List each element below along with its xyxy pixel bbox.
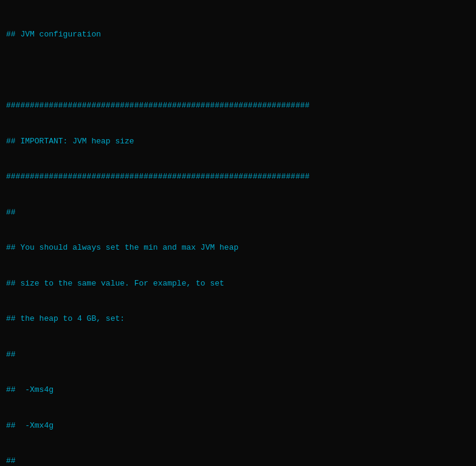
line-important: ## IMPORTANT: JVM heap size [6, 135, 470, 148]
line-hash-3: ## [6, 455, 470, 466]
line-xmx-example: ## -Xmx4g [6, 420, 470, 432]
line-heap-desc-3: ## the heap to 4 GB, set: [6, 313, 470, 325]
line-sep-2: ########################################… [6, 171, 470, 183]
editor-container: ## JVM configuration ###################… [6, 5, 470, 466]
line-hash-1: ## [6, 207, 470, 219]
line-xms-example: ## -Xms4g [6, 384, 470, 396]
line-hash-2: ## [6, 349, 470, 361]
line-sep-1: ########################################… [6, 100, 470, 112]
line-jvm-config: ## JVM configuration [6, 29, 470, 41]
line-heap-desc-1: ## You should always set the min and max… [6, 242, 470, 254]
line-blank-1 [6, 64, 470, 77]
line-heap-desc-2: ## size to the same value. For example, … [6, 278, 470, 290]
